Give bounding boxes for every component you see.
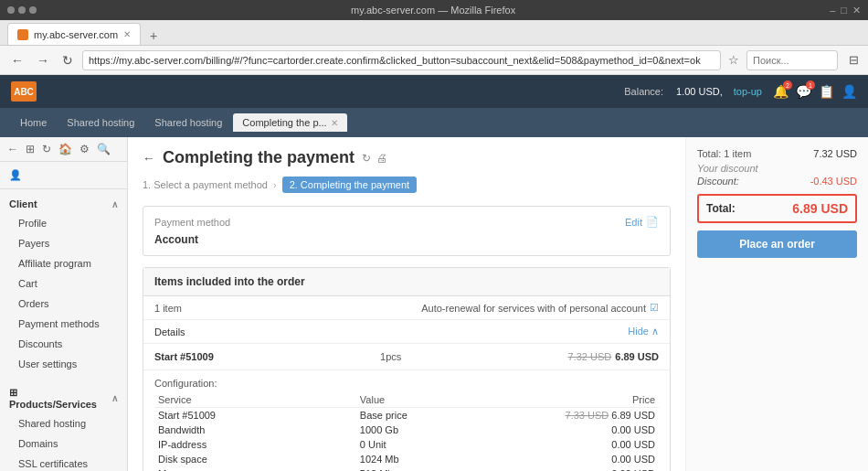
content-main: ← Completing the payment ↻ 🖨 1. Select a… [128,137,685,471]
step2: 2. Completing the payment [282,177,417,193]
auto-renewal-text: Auto-renewal for services with of person… [421,303,646,314]
config-value-cell: Base price [356,408,533,423]
item-name: Start #51009 [154,351,214,362]
sidebar-search-btn[interactable]: 🔍 [95,141,112,157]
sidebar-back-btn[interactable]: ← [5,141,20,157]
config-value-cell: 0 Unit [356,437,533,452]
col-price-header: Price [533,392,659,408]
app-header: ABC Balance: 1.00 USD, top-up 🔔2 💬1 📋 👤 [0,75,868,108]
content-area: ← Completing the payment ↻ 🖨 1. Select a… [128,137,868,471]
config-table: Service Value Price Start #51009Base pri… [154,392,659,471]
window-controls: –□✕ [830,5,861,16]
config-table-row: Bandwidth1000 Gb0.00 USD [154,423,659,437]
page-back-button[interactable]: ← [143,151,155,166]
details-label: Details [154,326,185,337]
top-up-link[interactable]: top-up [734,86,762,97]
total-label: Total: [706,202,736,215]
toolbar-menu-icon[interactable]: ⊟ [847,51,861,69]
app-nav: Home Shared hosting Shared hosting Compl… [0,108,868,137]
place-order-button[interactable]: Place an order [697,230,857,258]
messages-icon[interactable]: 💬1 [796,84,811,99]
edit-link[interactable]: Edit [625,217,642,228]
print-icon[interactable]: 🖨 [376,152,387,165]
hide-link[interactable]: Hide ∧ [628,326,659,337]
balance-label: Balance: [624,86,663,97]
sidebar-settings-btn[interactable]: ⚙ [78,141,91,157]
new-tab-button[interactable]: + [144,27,163,45]
config-price-cell: 0.00 USD [533,437,659,452]
order-section-title: Items included into the order [154,275,305,288]
config-price-cell: 0.00 USD [533,423,659,437]
config-table-row: Memory512 Mb0.00 USD [154,466,659,471]
sidebar-item-payment-methods[interactable]: Payment methods [0,314,127,334]
browser-toolbar: ← → ↻ ☆ ⊟ [0,46,868,75]
config-table-row: Start #51009Base price7.33 USD 6.89 USD [154,408,659,423]
products-icon: ⊞ [9,387,17,398]
browser-tabbar: my.abc-server.com ✕ + [0,20,868,46]
config-service-cell: Start #51009 [154,408,356,423]
payment-account: Account [154,233,659,246]
bookmark-icon[interactable]: ☆ [726,51,741,69]
address-bar[interactable] [82,50,721,70]
config-price-cell: 0.00 USD [533,452,659,466]
page-title: Completing the payment [163,148,355,167]
main-layout: ← ⊞ ↻ 🏠 ⚙ 🔍 👤 Client ∧ Profile Payers Af… [0,137,868,471]
browser-tab[interactable]: my.abc-server.com ✕ [7,23,141,45]
tab-favicon [17,29,28,40]
sidebar-item-shared-hosting[interactable]: Shared hosting [0,413,127,434]
step1[interactable]: 1. Select a payment method [143,179,268,190]
nav-item-shared1[interactable]: Shared hosting [58,113,143,132]
auto-renewal-checkbox[interactable]: ☑ [650,302,659,314]
config-service-cell: Disk space [154,452,356,466]
nav-tab-close[interactable]: ✕ [331,118,338,128]
steps-breadcrumb: 1. Select a payment method › 2. Completi… [143,177,671,193]
notifications-icon[interactable]: 🔔2 [773,84,789,99]
user-icon[interactable]: 👤 [842,84,857,99]
payment-method-label: Payment method [154,217,230,228]
sidebar-item-profile[interactable]: Profile [0,213,127,233]
refresh-page-icon[interactable]: ↻ [362,152,371,165]
payment-method-card: Payment method Edit 📄 Account [143,206,671,256]
col-value-header: Value [356,392,533,408]
config-table-row: Disk space1024 Mb0.00 USD [154,452,659,466]
total-items-label: Total: 1 item [697,148,751,159]
config-service-cell: IP-address [154,437,356,452]
search-bar[interactable] [746,50,838,70]
sidebar-client-header: Client ∧ [0,193,127,213]
config-value-cell: 512 Mb [356,466,533,471]
discount-section-label: Your discount [697,163,857,174]
sidebar: ← ⊞ ↻ 🏠 ⚙ 🔍 👤 Client ∧ Profile Payers Af… [0,137,128,471]
col-service-header: Service [154,392,356,408]
forward-button[interactable]: → [33,51,53,70]
item-price-original: 7.32 USD [568,351,612,362]
nav-item-home[interactable]: Home [11,113,56,132]
sidebar-bookmark-btn[interactable]: ⊞ [24,141,37,157]
tab-close-button[interactable]: ✕ [123,29,131,39]
total-row: Total: 6.89 USD [697,194,857,223]
sidebar-item-orders[interactable]: Orders [0,294,127,314]
app-container: ABC Balance: 1.00 USD, top-up 🔔2 💬1 📋 👤 … [0,75,868,471]
sidebar-item-affiliate[interactable]: Affiliate program [0,253,127,273]
sidebar-refresh-btn[interactable]: ↻ [40,141,53,157]
sidebar-home-btn[interactable]: 🏠 [57,141,74,157]
refresh-button[interactable]: ↻ [58,51,77,70]
sidebar-item-domains[interactable]: Domains [0,434,127,454]
app-logo: ABC [11,81,37,102]
config-service-cell: Memory [154,466,356,471]
browser-title: my.abc-server.com — Mozilla Firefox [351,5,515,16]
sidebar-item-discounts[interactable]: Discounts [0,334,127,354]
nav-item-shared2[interactable]: Shared hosting [145,113,231,132]
tab-label: my.abc-server.com [34,29,118,40]
sidebar-item-user-settings[interactable]: User settings [0,354,127,374]
client-collapse-icon[interactable]: ∧ [111,199,118,209]
step-arrow: › [273,179,277,190]
products-collapse-icon[interactable]: ∧ [111,393,118,403]
sidebar-item-ssl[interactable]: SSL certificates [0,454,127,471]
sidebar-item-cart[interactable]: Cart [0,273,127,294]
tasks-icon[interactable]: 📋 [819,84,834,99]
back-button[interactable]: ← [7,51,27,70]
nav-item-completing[interactable]: Completing the p... ✕ [233,113,346,132]
sidebar-item-payers[interactable]: Payers [0,233,127,253]
total-items-value: 7.32 USD [813,148,857,159]
config-price-cell: 0.00 USD [533,466,659,471]
